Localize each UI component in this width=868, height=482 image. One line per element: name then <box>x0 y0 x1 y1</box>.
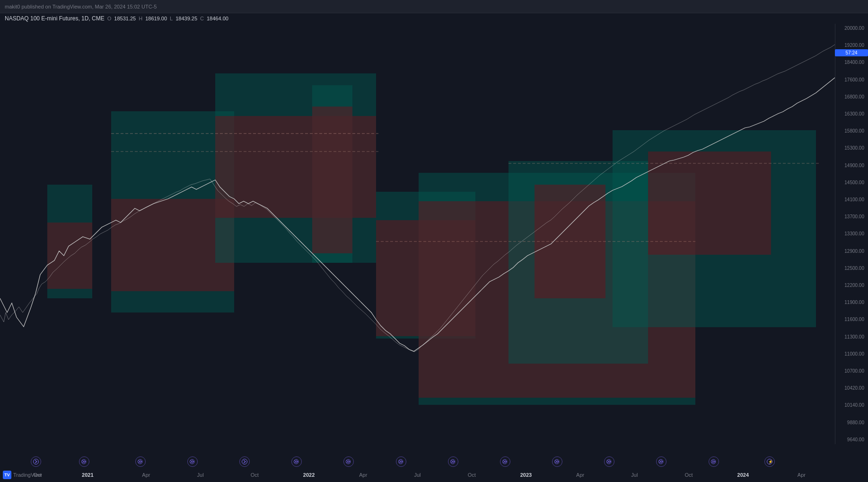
time-label-jul: Jul <box>631 472 638 478</box>
price-label: 11300.00 <box>837 334 866 339</box>
nav-icon-2[interactable] <box>135 456 146 467</box>
time-label-2021: 2021 <box>82 472 93 478</box>
price-label: 9880.00 <box>837 420 866 425</box>
time-label-oct: Oct <box>468 472 476 478</box>
current-price-area: 57:24 <box>835 49 868 56</box>
tradingview-text: TradingView <box>13 472 42 478</box>
high-label: H <box>139 16 142 21</box>
nav-icon-13[interactable] <box>709 456 719 467</box>
time-label-jul: Jul <box>414 472 421 478</box>
chart-title: NASDAQ 100 E-mini Futures, 1D, CME O 185… <box>5 15 228 22</box>
price-axis: 20000.0019200.0018400.0017600.0016800.00… <box>835 24 868 444</box>
price-label: 12900.00 <box>837 249 866 254</box>
current-price-value: 57:24 <box>845 50 857 55</box>
tv-logo-icon: TV <box>3 471 11 479</box>
price-label: 12200.00 <box>837 283 866 288</box>
instrument-label: NASDAQ 100 E-mini Futures, 1D, CME <box>5 15 105 22</box>
nav-icon-8[interactable] <box>448 456 458 467</box>
nav-icon-1[interactable] <box>79 456 89 467</box>
high-value: 18619.00 <box>145 16 167 21</box>
price-label: 10140.00 <box>837 402 866 408</box>
price-label: 12500.00 <box>837 266 866 271</box>
price-label: 10420.00 <box>837 385 866 391</box>
nav-icon-10[interactable] <box>552 456 562 467</box>
price-label: 11000.00 <box>837 351 866 357</box>
price-label: 16800.00 <box>837 94 866 99</box>
time-label-apr: Apr <box>142 472 150 478</box>
open-label: O <box>107 16 112 21</box>
price-label: 11900.00 <box>837 300 866 305</box>
nav-icon-5[interactable] <box>291 456 302 467</box>
nav-icon-12[interactable] <box>656 456 666 467</box>
open-value: 18531.25 <box>114 16 136 21</box>
price-label: 18400.00 <box>837 60 866 65</box>
nav-icon-4[interactable] <box>239 456 250 467</box>
price-label: 10700.00 <box>837 368 866 374</box>
close-label: C <box>200 16 204 21</box>
low-value: 18439.25 <box>175 16 197 21</box>
nav-icon-0[interactable] <box>31 456 41 467</box>
nav-icon-11[interactable] <box>604 456 614 467</box>
time-label-2022: 2022 <box>303 472 315 478</box>
time-label-apr: Apr <box>576 472 584 478</box>
time-label-jul: Jul <box>197 472 204 478</box>
nav-icon-14[interactable]: ⚡ <box>764 456 775 467</box>
chart-container: makit0 published on TradingView.com, Mar… <box>0 0 868 482</box>
price-label: 14900.00 <box>837 163 866 168</box>
price-label: 11600.00 <box>837 317 866 322</box>
price-label: 13300.00 <box>837 231 866 236</box>
chart-area[interactable] <box>0 24 835 444</box>
price-label: 20000.00 <box>837 26 866 31</box>
nav-icon-7[interactable] <box>396 456 406 467</box>
red-box-8 <box>648 152 771 255</box>
red-box-1 <box>47 223 92 289</box>
time-label-oct: Oct <box>685 472 693 478</box>
price-label: 16300.00 <box>837 111 866 116</box>
price-label: 17600.00 <box>837 77 866 82</box>
time-label-2023: 2023 <box>520 472 532 478</box>
time-label-apr: Apr <box>359 472 367 478</box>
tradingview-logo: TV TradingView <box>3 471 42 479</box>
svg-point-1 <box>34 459 39 464</box>
time-label-oct: Oct <box>251 472 259 478</box>
price-label: 15300.00 <box>837 145 866 151</box>
nav-icon-6[interactable] <box>343 456 354 467</box>
price-label: 13700.00 <box>837 214 866 219</box>
time-label-2024: 2024 <box>737 472 749 478</box>
price-label: 14100.00 <box>837 197 866 202</box>
low-label: L <box>170 16 173 21</box>
current-price-tag: 57:24 <box>835 49 868 56</box>
top-bar: makit0 published on TradingView.com, Mar… <box>0 0 868 13</box>
nav-icon-3[interactable] <box>187 456 198 467</box>
publisher-info: makit0 published on TradingView.com, Mar… <box>5 4 157 9</box>
time-label-apr: Apr <box>798 472 806 478</box>
time-axis: Oct2021AprJulOct2022AprJulOct2023AprJulO… <box>0 444 835 482</box>
navigation-row: ⚡ <box>0 455 802 469</box>
price-label: 9640.00 <box>837 437 866 442</box>
price-label: 14500.00 <box>837 180 866 185</box>
svg-point-5 <box>242 459 247 464</box>
price-label: 19200.00 <box>837 43 866 48</box>
nav-icon-9[interactable] <box>500 456 510 467</box>
close-value: 18464.00 <box>207 16 228 21</box>
svg-text:⚡: ⚡ <box>768 459 772 464</box>
red-box-4 <box>312 107 352 253</box>
price-label: 15800.00 <box>837 128 866 134</box>
